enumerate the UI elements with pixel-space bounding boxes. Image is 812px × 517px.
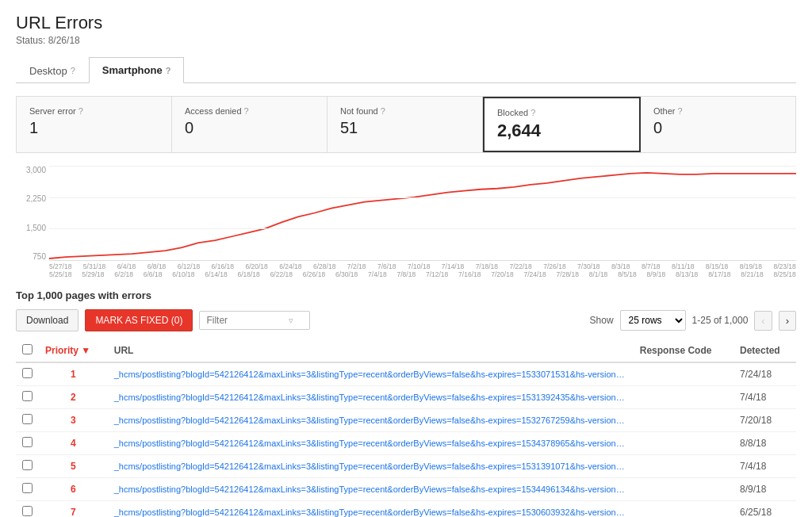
y-label-1500: 1,500 [16,224,49,232]
rows-per-page-select[interactable]: 25 rows 50 rows 100 rows [620,310,686,331]
sort-arrow-icon: ▼ [81,345,90,356]
section-title: Top 1,000 pages with errors [16,289,796,301]
metric-server-error-label: Server error ? [29,106,159,116]
x-label2-3: 6/2/18 [114,270,133,278]
x-label2-2: 5/29/18 [82,270,104,278]
pagination-info: 1-25 of 1,000 [692,315,749,326]
table-row: 1 _hcms/postlisting?blogId=542126412&max… [16,362,796,386]
metric-server-error-value: 1 [29,119,159,137]
row-response [634,501,733,518]
smartphone-help-icon: ? [166,66,171,75]
blocked-help-icon: ? [530,108,535,117]
table-row: 2 _hcms/postlisting?blogId=542126412&max… [16,386,796,409]
metric-blocked[interactable]: Blocked ? 2,644 [483,97,641,152]
page-title: URL Errors [16,13,796,33]
row-url[interactable]: _hcms/postlisting?blogId=542126412&maxLi… [108,432,634,455]
metric-access-denied-label: Access denied ? [185,106,314,116]
tab-desktop-label: Desktop [29,65,67,77]
row-url[interactable]: _hcms/postlisting?blogId=542126412&maxLi… [108,409,634,432]
x-label-6: 6/16/18 [212,262,234,270]
row-priority: 5 [39,455,108,478]
row-checkbox[interactable] [22,460,33,470]
row-detected: 7/24/18 [733,362,796,386]
tab-smartphone[interactable]: Smartphone ? [89,57,185,83]
server-error-help-icon: ? [79,106,83,116]
metric-access-denied-value: 0 [185,119,314,137]
row-detected: 6/25/18 [733,501,796,518]
pagination-prev-button[interactable]: ‹ [754,311,772,331]
x-label2-5: 6/10/18 [172,270,194,278]
not-found-help-icon: ? [381,106,385,116]
x-label-14: 7/18/18 [476,262,498,270]
x-label-10: 7/2/18 [347,262,366,270]
mark-fixed-button[interactable]: MARK AS FIXED (0) [85,309,193,331]
page-status: Status: 8/26/18 [16,35,796,46]
row-url[interactable]: _hcms/postlisting?blogId=542126412&maxLi… [108,362,634,386]
x-label-4: 6/8/18 [147,262,167,270]
row-checkbox-cell [16,478,39,501]
row-response [634,362,733,386]
chart-container: 3,000 2,250 1,500 750 5/27/18 5/31/18 6/… [16,166,796,277]
errors-table: Priority ▼ URL Response Code Detected 1 … [16,339,796,517]
row-checkbox-cell [16,432,39,455]
row-url[interactable]: _hcms/postlisting?blogId=542126412&maxLi… [108,386,634,409]
metric-access-denied[interactable]: Access denied ? 0 [172,97,327,152]
row-url[interactable]: _hcms/postlisting?blogId=542126412&maxLi… [108,455,634,478]
row-priority: 7 [39,501,108,518]
metric-not-found-label: Not found ? [340,106,469,116]
table-head: Priority ▼ URL Response Code Detected [16,339,796,362]
x-label-7: 6/20/18 [245,262,267,270]
tab-desktop[interactable]: Desktop ? [16,57,89,83]
row-url[interactable]: _hcms/postlisting?blogId=542126412&maxLi… [108,501,634,518]
x-label2-18: 8/1/18 [589,270,608,278]
metric-server-error[interactable]: Server error ? 1 [17,97,172,152]
x-label-22: 8/19/18 [740,262,762,270]
table-row: 4 _hcms/postlisting?blogId=542126412&max… [16,432,796,455]
pagination-next-button[interactable]: › [779,311,796,331]
x-label2-24: 8/25/18 [773,270,795,278]
col-priority[interactable]: Priority ▼ [39,339,108,362]
table-row: 6 _hcms/postlisting?blogId=542126412&max… [16,478,796,501]
row-checkbox[interactable] [22,414,33,424]
tab-smartphone-label: Smartphone [102,64,163,76]
filter-input[interactable] [206,315,285,326]
col-url: URL [108,339,634,362]
y-label-2250: 2,250 [16,194,49,203]
row-priority: 2 [39,386,108,409]
download-button[interactable]: Download [16,309,79,331]
row-detected: 7/4/18 [733,455,796,478]
table-row: 3 _hcms/postlisting?blogId=542126412&max… [16,409,796,432]
x-label2-17: 7/28/18 [557,270,579,278]
select-all-checkbox[interactable] [22,344,33,354]
x-label-11: 7/6/18 [377,262,396,270]
row-checkbox[interactable] [22,391,33,401]
row-checkbox[interactable] [22,483,33,493]
x-label-20: 8/11/18 [672,262,694,270]
metric-not-found[interactable]: Not found ? 51 [327,97,483,152]
metric-other[interactable]: Other ? 0 [641,97,795,152]
x-label-16: 7/26/18 [543,262,565,270]
filter-wrap: ▿ [199,311,310,330]
row-detected: 8/9/18 [733,478,796,501]
x-label2-20: 8/9/18 [647,270,666,278]
other-help-icon: ? [678,106,683,116]
row-checkbox[interactable] [22,368,33,378]
metric-blocked-label: Blocked ? [497,108,626,117]
metric-not-found-value: 51 [340,119,469,137]
row-checkbox[interactable] [22,506,33,516]
row-checkbox-cell [16,409,39,432]
row-priority: 3 [39,409,108,432]
chart-svg [49,166,796,260]
desktop-help-icon: ? [71,66,75,75]
metric-blocked-value: 2,644 [497,121,626,141]
x-label-15: 7/22/18 [509,262,531,270]
metrics-row: Server error ? 1 Access denied ? 0 Not f… [16,96,796,153]
row-response [634,455,733,478]
row-url[interactable]: _hcms/postlisting?blogId=542126412&maxLi… [108,478,634,501]
x-label-19: 8/7/18 [642,262,661,270]
row-response [634,432,733,455]
row-checkbox[interactable] [22,437,33,447]
x-label2-6: 6/14/18 [205,270,227,278]
row-checkbox-cell [16,362,39,386]
metric-other-value: 0 [653,119,783,137]
